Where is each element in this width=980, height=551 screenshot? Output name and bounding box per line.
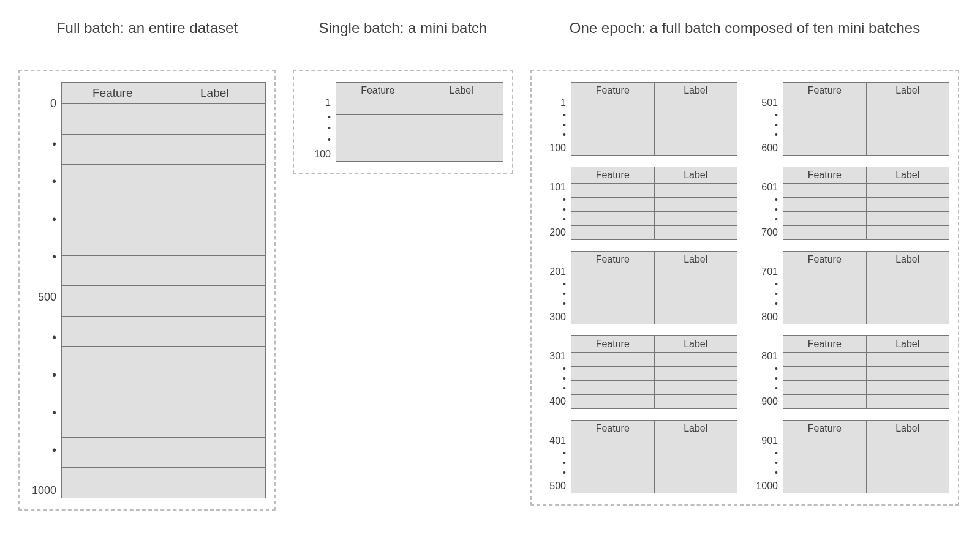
table-row	[783, 479, 949, 493]
table-row	[783, 366, 949, 380]
table-row	[571, 99, 737, 113]
full-batch-box: 0 • • • • 500 • • • • 1000 Feature Label	[18, 70, 276, 511]
table-row	[336, 114, 503, 130]
ellipsis-icon: •	[540, 114, 566, 118]
col-label: Label	[654, 421, 737, 437]
col-label: Label	[866, 83, 949, 99]
ellipsis-icon: •	[540, 218, 566, 222]
row-label: 101	[540, 182, 566, 192]
epoch-grid: 1•••100FeatureLabel501•••600FeatureLabel…	[540, 82, 949, 493]
row-label: 1	[303, 98, 331, 108]
table-row	[62, 164, 265, 195]
table-row	[783, 268, 949, 282]
table-row	[336, 99, 503, 114]
table-row	[571, 268, 737, 282]
row-label: 500	[28, 291, 56, 302]
ellipsis-icon: •	[752, 471, 778, 475]
mini-batch-table: FeatureLabel	[571, 82, 737, 156]
table-header: FeatureLabel	[783, 252, 949, 268]
col-feature: Feature	[783, 252, 866, 268]
table-row	[62, 255, 265, 286]
full-batch-block: 0 • • • • 500 • • • • 1000 Feature Label	[28, 82, 266, 498]
table-rows	[571, 268, 737, 324]
col-feature: Feature	[783, 336, 866, 352]
mini-batch-row-labels: 501•••600	[752, 82, 783, 156]
full-batch-title: Full batch: an entire dataset	[18, 18, 276, 59]
col-feature: Feature	[62, 83, 164, 103]
ellipsis-icon: •	[540, 208, 566, 212]
table-header: FeatureLabel	[783, 167, 949, 184]
table-row	[62, 346, 265, 377]
ellipsis-icon: •	[752, 208, 778, 212]
table-row	[783, 225, 949, 239]
table-header: Feature Label	[62, 83, 265, 104]
ellipsis-icon: •	[752, 218, 778, 222]
ellipsis-icon: •	[752, 133, 778, 137]
row-label: 600	[752, 143, 778, 153]
table-row	[571, 296, 737, 310]
col-label: Label	[654, 252, 737, 268]
row-label: 501	[752, 98, 778, 108]
table-header: FeatureLabel	[783, 83, 949, 99]
ellipsis-icon: •	[540, 124, 566, 127]
table-rows	[783, 268, 949, 324]
mini-batch-row-labels: 101•••200	[540, 167, 571, 240]
table-rows	[336, 99, 503, 161]
col-label: Label	[164, 83, 266, 103]
mini-batch-row-labels: 401•••500	[540, 420, 571, 493]
table-row	[62, 195, 265, 225]
ellipsis-icon: •	[752, 114, 778, 118]
table-row	[783, 141, 949, 155]
table-row	[571, 113, 737, 127]
mini-batch-table: FeatureLabel	[783, 251, 949, 324]
epoch-panel: One epoch: a full batch composed of ten …	[530, 18, 959, 506]
table-header: FeatureLabel	[783, 336, 949, 353]
mini-batch-block: 601•••700FeatureLabel	[752, 167, 949, 240]
ellipsis-icon: •	[540, 377, 566, 381]
ellipsis-icon: •	[28, 141, 56, 147]
table-header: FeatureLabel	[783, 421, 949, 437]
row-label: 700	[752, 228, 778, 238]
mini-batch-table: FeatureLabel	[783, 420, 949, 493]
mini-batch-row-labels: 201•••300	[540, 251, 571, 324]
mini-batch-block: 201•••300FeatureLabel	[540, 251, 737, 324]
table-row	[783, 113, 949, 127]
table-row	[783, 310, 949, 324]
row-label: 1000	[28, 485, 56, 496]
col-label: Label	[654, 336, 737, 352]
row-label: 801	[752, 351, 778, 361]
table-row	[783, 465, 949, 479]
col-label: Label	[420, 83, 503, 99]
table-rows	[783, 437, 949, 493]
table-row	[62, 134, 265, 165]
ellipsis-icon: •	[752, 124, 778, 127]
full-batch-table: Feature Label	[61, 82, 266, 498]
col-label: Label	[654, 83, 737, 99]
table-row	[62, 104, 265, 134]
table-row	[62, 225, 265, 255]
single-batch-block: 1 • • • 100 Feature Label	[303, 82, 503, 162]
ellipsis-icon: •	[28, 372, 56, 378]
ellipsis-icon: •	[303, 127, 331, 130]
ellipsis-icon: •	[540, 293, 566, 296]
row-label: 400	[540, 397, 566, 407]
table-row	[571, 184, 737, 197]
epoch-title: One epoch: a full batch composed of ten …	[530, 18, 959, 59]
table-header: FeatureLabel	[571, 336, 737, 353]
table-rows	[62, 104, 265, 498]
mini-batch-row-labels: 1•••100	[540, 82, 571, 156]
col-label: Label	[866, 421, 949, 437]
row-label: 901	[752, 436, 778, 446]
table-row	[783, 282, 949, 296]
full-batch-row-labels: 0 • • • • 500 • • • • 1000	[28, 82, 61, 498]
mini-batch-block: 401•••500FeatureLabel	[540, 420, 737, 493]
col-feature: Feature	[336, 83, 420, 99]
row-label: 401	[540, 436, 566, 446]
table-row	[783, 437, 949, 451]
table-row	[783, 296, 949, 310]
table-row	[571, 127, 737, 141]
table-rows	[783, 184, 949, 239]
ellipsis-icon: •	[752, 283, 778, 287]
table-header: Feature Label	[336, 83, 503, 99]
ellipsis-icon: •	[540, 198, 566, 202]
